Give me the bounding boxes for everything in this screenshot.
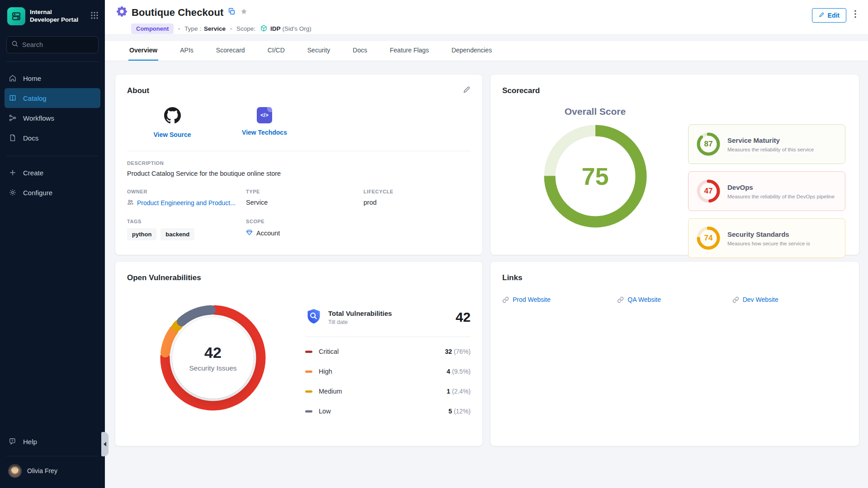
favorite-star-icon[interactable] [240,8,248,17]
medium-dash-icon [305,390,312,393]
tags-field: TAGS python backend [127,219,246,240]
tab-apis[interactable]: APIs [179,41,194,61]
security-issues-count: 42 [204,344,222,361]
sidebar-divider [6,456,99,456]
dev-website-link[interactable]: Dev Website [732,296,847,303]
overview-content: About View Source </> View Techdocs [105,61,868,488]
scorecard-item-service-maturity[interactable]: 87 Service Maturity Measures the reliabi… [688,124,845,164]
sidebar-nav: Home Catalog Workflows Docs [0,68,105,148]
user-menu[interactable]: Olivia Frey [5,460,100,482]
vulnerabilities-card: Open Vulnerabilities [115,262,482,446]
docs-icon [8,133,17,142]
techdocs-icon: </> [257,107,272,123]
header-left: Boutique Checkout Component Type : Servi… [117,6,311,34]
vulnerabilities-title: Open Vulnerabilities [127,273,471,282]
description-value: Product Catalog Service for the boutique… [127,170,471,177]
tab-overview[interactable]: Overview [128,41,158,61]
gear-icon [8,188,17,197]
sidebar-item-label: Help [23,438,37,446]
sidebar-item-create[interactable]: Create [5,163,100,183]
type-label: Type : [184,25,201,32]
links-list: Prod Website QA Website Dev Website [502,296,847,303]
view-techdocs-link[interactable]: </> View Techdocs [237,107,292,138]
qa-website-link[interactable]: QA Website [617,296,732,303]
edit-about-icon[interactable] [462,85,471,95]
vulnerability-row-medium: Medium 1 (2.4%) [305,381,471,401]
about-card: About View Source </> View Techdocs [115,75,482,255]
tab-feature-flags[interactable]: Feature Flags [389,41,429,61]
sidebar-item-docs[interactable]: Docs [5,128,100,148]
links-card: Links Prod Website QA Website Dev Websit… [491,262,859,446]
high-dash-icon [305,371,312,373]
tab-security[interactable]: Security [307,41,331,61]
score-ring: 74 [696,225,721,251]
about-quick-links: View Source </> View Techdocs [145,107,471,138]
overall-score-donut: 75 [543,124,647,228]
copy-icon[interactable] [228,8,236,17]
apps-grid-icon[interactable] [90,11,99,21]
catalog-icon [8,94,17,103]
score-ring: 87 [696,131,721,157]
sidebar-search[interactable] [6,36,99,53]
tab-dependencies[interactable]: Dependencies [451,41,493,61]
vulnerability-row-critical: Critical 32 (76%) [305,342,471,361]
sidebar-collapse-handle[interactable] [101,432,108,456]
scope-label: Scope: [236,25,255,32]
overall-score-label: Overall Score [565,106,626,117]
entity-meta-row: Component Type : Service Scope: IDP (Sid… [117,23,311,34]
sidebar-divider [6,156,99,156]
divider [127,151,471,151]
sidebar-item-catalog[interactable]: Catalog [5,88,100,108]
owner-link[interactable]: Product Engineering and Product... [127,199,246,207]
tag-chip[interactable]: python [127,228,156,240]
link-icon [732,296,739,303]
vulnerability-row-high: High 4 (9.5%) [305,361,471,381]
more-options-icon[interactable] [854,8,857,22]
tag-chip[interactable]: backend [160,228,194,240]
edit-button[interactable]: Edit [812,8,846,23]
component-gear-icon [117,6,127,19]
sidebar-item-help[interactable]: ? Help [5,432,100,451]
tab-scorecard[interactable]: Scorecard [215,41,246,61]
links-title: Links [502,273,847,282]
about-fields-2: TAGS python backend SCOPE Account [127,219,471,240]
description-label: DESCRIPTION [127,160,471,166]
vulnerability-breakdown-list: Critical 32 (76%) High 4 (9.5%) Medium [305,342,471,421]
prod-website-link[interactable]: Prod Website [502,296,617,303]
description-block: DESCRIPTION Product Catalog Service for … [127,160,471,177]
sidebar-item-workflows[interactable]: Workflows [5,108,100,128]
overall-score-value: 75 [581,162,609,190]
tab-cicd[interactable]: CI/CD [267,41,286,61]
about-title: About [127,86,471,95]
tab-docs[interactable]: Docs [352,41,368,61]
scorecard-item-devops[interactable]: 47 DevOps Measures the reliability of th… [688,171,845,211]
low-dash-icon [305,410,312,413]
total-vulnerabilities-title: Total Vulnerabilities [328,310,392,317]
sidebar: Internal Developer Portal [0,0,105,488]
scope-name: IDP [270,25,281,32]
github-icon [164,107,181,126]
view-source-link[interactable]: View Source [145,107,199,138]
pencil-icon [819,12,825,19]
overall-score-block: Overall Score 75 [502,95,688,258]
sidebar-item-home[interactable]: Home [5,68,100,88]
type-value: Service [204,25,226,32]
header-actions: Edit [812,6,857,34]
separator-dot [178,28,180,30]
search-input[interactable] [22,41,90,48]
about-fields: OWNER Product Engineering and Product...… [127,189,471,207]
link-icon [617,296,624,303]
vulnerabilities-donut: 42 Security Issues [156,301,269,414]
svg-text:?: ? [11,439,14,443]
divider [305,337,471,337]
sidebar-item-label: Catalog [23,94,47,102]
workflows-icon [8,113,17,122]
link-icon [502,296,509,303]
account-icon [246,229,253,237]
page-title: Boutique Checkout [132,7,223,19]
scorecard-item-security-standards[interactable]: 74 Security Standards Measures how secur… [688,218,845,258]
sidebar-item-configure[interactable]: Configure [5,183,100,202]
owner-field: OWNER Product Engineering and Product... [127,189,246,207]
search-icon [11,40,19,49]
sidebar-divider [6,61,99,62]
